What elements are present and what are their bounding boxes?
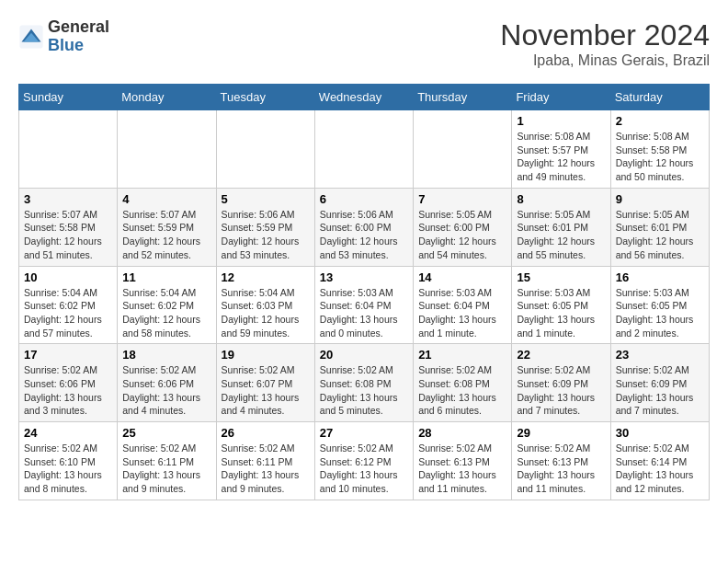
day-number: 1 [517,114,605,128]
day-info: Sunrise: 5:03 AM Sunset: 6:04 PM Dayligh… [320,286,408,340]
day-info: Sunrise: 5:05 AM Sunset: 6:00 PM Dayligh… [418,208,506,262]
calendar-cell: 4Sunrise: 5:07 AM Sunset: 5:59 PM Daylig… [118,188,216,266]
day-info: Sunrise: 5:06 AM Sunset: 6:00 PM Dayligh… [320,208,408,262]
day-number: 11 [122,270,210,284]
day-number: 6 [320,192,408,206]
day-info: Sunrise: 5:07 AM Sunset: 5:58 PM Dayligh… [24,208,112,262]
day-number: 17 [24,348,112,362]
calendar-cell [414,110,512,189]
calendar-cell: 6Sunrise: 5:06 AM Sunset: 6:00 PM Daylig… [314,188,413,266]
calendar-cell: 5Sunrise: 5:06 AM Sunset: 5:59 PM Daylig… [216,188,314,266]
day-info: Sunrise: 5:03 AM Sunset: 6:05 PM Dayligh… [616,286,704,340]
day-number: 3 [24,192,112,206]
calendar-cell: 2Sunrise: 5:08 AM Sunset: 5:58 PM Daylig… [610,110,709,189]
day-number: 14 [418,270,506,284]
calendar-cell [118,110,216,189]
calendar-table: SundayMondayTuesdayWednesdayThursdayFrid… [18,84,710,500]
day-number: 4 [122,192,210,206]
day-info: Sunrise: 5:02 AM Sunset: 6:11 PM Dayligh… [122,442,210,496]
calendar-cell: 19Sunrise: 5:02 AM Sunset: 6:07 PM Dayli… [216,344,314,422]
calendar-cell: 26Sunrise: 5:02 AM Sunset: 6:11 PM Dayli… [216,422,314,500]
day-info: Sunrise: 5:07 AM Sunset: 5:59 PM Dayligh… [122,208,210,262]
weekday-header-sunday: Sunday [19,85,118,110]
day-info: Sunrise: 5:02 AM Sunset: 6:07 PM Dayligh… [222,363,310,418]
month-title: November 2024 [500,18,710,52]
day-number: 29 [517,426,605,440]
day-number: 9 [616,192,704,206]
day-info: Sunrise: 5:02 AM Sunset: 6:10 PM Dayligh… [24,442,112,496]
day-number: 15 [517,270,605,284]
logo-blue: Blue [48,36,84,54]
day-number: 8 [517,192,605,206]
calendar-cell: 18Sunrise: 5:02 AM Sunset: 6:06 PM Dayli… [118,344,216,422]
day-number: 22 [517,348,605,362]
day-info: Sunrise: 5:02 AM Sunset: 6:11 PM Dayligh… [222,442,310,496]
weekday-header-wednesday: Wednesday [314,85,413,110]
calendar-cell: 16Sunrise: 5:03 AM Sunset: 6:05 PM Dayli… [610,266,709,344]
day-number: 27 [320,426,408,440]
calendar-cell: 20Sunrise: 5:02 AM Sunset: 6:08 PM Dayli… [314,344,413,422]
day-number: 2 [616,114,704,128]
calendar-cell: 15Sunrise: 5:03 AM Sunset: 6:05 PM Dayli… [512,266,610,344]
weekday-header-monday: Monday [118,85,216,110]
calendar-cell: 22Sunrise: 5:02 AM Sunset: 6:09 PM Dayli… [512,344,610,422]
weekday-header-tuesday: Tuesday [216,85,314,110]
calendar-cell: 28Sunrise: 5:02 AM Sunset: 6:13 PM Dayli… [414,422,512,500]
day-info: Sunrise: 5:02 AM Sunset: 6:06 PM Dayligh… [122,363,210,418]
calendar-cell: 17Sunrise: 5:02 AM Sunset: 6:06 PM Dayli… [19,344,118,422]
calendar-cell [314,110,413,189]
title-block: November 2024 Ipaba, Minas Gerais, Brazi… [500,18,710,69]
day-number: 13 [320,270,408,284]
calendar-cell: 29Sunrise: 5:02 AM Sunset: 6:13 PM Dayli… [512,422,610,500]
day-info: Sunrise: 5:05 AM Sunset: 6:01 PM Dayligh… [616,208,704,262]
day-info: Sunrise: 5:08 AM Sunset: 5:57 PM Dayligh… [517,130,605,184]
day-number: 19 [222,348,310,362]
day-info: Sunrise: 5:02 AM Sunset: 6:09 PM Dayligh… [616,363,704,418]
day-info: Sunrise: 5:03 AM Sunset: 6:05 PM Dayligh… [517,286,605,340]
day-number: 10 [24,270,112,284]
day-number: 23 [616,348,704,362]
day-info: Sunrise: 5:02 AM Sunset: 6:13 PM Dayligh… [418,442,506,496]
day-info: Sunrise: 5:02 AM Sunset: 6:12 PM Dayligh… [320,442,408,496]
weekday-header-thursday: Thursday [414,85,512,110]
calendar-header-row: SundayMondayTuesdayWednesdayThursdayFrid… [19,85,710,110]
calendar-cell: 27Sunrise: 5:02 AM Sunset: 6:12 PM Dayli… [314,422,413,500]
day-info: Sunrise: 5:03 AM Sunset: 6:04 PM Dayligh… [418,286,506,340]
day-info: Sunrise: 5:02 AM Sunset: 6:08 PM Dayligh… [418,363,506,418]
logo-text: General Blue [48,18,109,55]
day-info: Sunrise: 5:05 AM Sunset: 6:01 PM Dayligh… [517,208,605,262]
day-info: Sunrise: 5:06 AM Sunset: 5:59 PM Dayligh… [222,208,310,262]
calendar-cell [19,110,118,189]
day-number: 20 [320,348,408,362]
day-number: 7 [418,192,506,206]
calendar-cell [216,110,314,189]
calendar-cell: 11Sunrise: 5:04 AM Sunset: 6:02 PM Dayli… [118,266,216,344]
calendar-cell: 3Sunrise: 5:07 AM Sunset: 5:58 PM Daylig… [19,188,118,266]
day-number: 24 [24,426,112,440]
weekday-header-saturday: Saturday [610,85,709,110]
calendar-cell: 1Sunrise: 5:08 AM Sunset: 5:57 PM Daylig… [512,110,610,189]
logo-icon [18,24,44,50]
calendar-week-5: 24Sunrise: 5:02 AM Sunset: 6:10 PM Dayli… [19,422,710,500]
day-number: 5 [222,192,310,206]
calendar-cell: 10Sunrise: 5:04 AM Sunset: 6:02 PM Dayli… [19,266,118,344]
calendar-week-4: 17Sunrise: 5:02 AM Sunset: 6:06 PM Dayli… [19,344,710,422]
page-header: General Blue November 2024 Ipaba, Minas … [18,18,710,69]
day-info: Sunrise: 5:04 AM Sunset: 6:03 PM Dayligh… [222,286,310,340]
calendar-cell: 14Sunrise: 5:03 AM Sunset: 6:04 PM Dayli… [414,266,512,344]
day-number: 16 [616,270,704,284]
calendar-cell: 12Sunrise: 5:04 AM Sunset: 6:03 PM Dayli… [216,266,314,344]
day-number: 28 [418,426,506,440]
calendar-cell: 7Sunrise: 5:05 AM Sunset: 6:00 PM Daylig… [414,188,512,266]
calendar-week-2: 3Sunrise: 5:07 AM Sunset: 5:58 PM Daylig… [19,188,710,266]
day-number: 25 [122,426,210,440]
day-info: Sunrise: 5:04 AM Sunset: 6:02 PM Dayligh… [122,286,210,340]
day-info: Sunrise: 5:08 AM Sunset: 5:58 PM Dayligh… [616,130,704,184]
logo-general: General [48,17,109,36]
logo: General Blue [18,18,109,55]
day-number: 12 [222,270,310,284]
calendar-cell: 30Sunrise: 5:02 AM Sunset: 6:14 PM Dayli… [610,422,709,500]
calendar-cell: 23Sunrise: 5:02 AM Sunset: 6:09 PM Dayli… [610,344,709,422]
calendar-week-1: 1Sunrise: 5:08 AM Sunset: 5:57 PM Daylig… [19,110,710,189]
day-info: Sunrise: 5:02 AM Sunset: 6:09 PM Dayligh… [517,363,605,418]
